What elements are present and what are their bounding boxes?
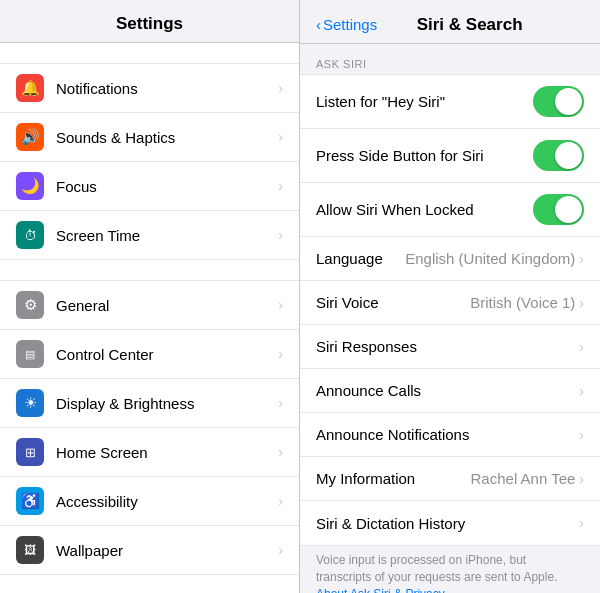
- toggle-thumb-3: [555, 196, 582, 223]
- allow-locked-toggle[interactable]: [533, 194, 584, 225]
- sidebar-item-accessibility[interactable]: ♿ Accessibility ›: [0, 477, 299, 526]
- control-center-icon: ▤: [16, 340, 44, 368]
- siri-voice-item[interactable]: Siri Voice British (Voice 1) ›: [300, 281, 600, 325]
- siri-responses-label: Siri Responses: [316, 338, 579, 355]
- language-value: English (United Kingdom): [405, 250, 575, 267]
- notifications-chevron: ›: [278, 80, 283, 96]
- siri-responses-item[interactable]: Siri Responses ›: [300, 325, 600, 369]
- section-2-list: ⚙ General › ▤ Control Center › ☀ Display…: [0, 280, 299, 575]
- sidebar-item-notifications[interactable]: 🔔 Notifications ›: [0, 64, 299, 113]
- sounds-chevron: ›: [278, 129, 283, 145]
- back-chevron-icon: ‹: [316, 16, 321, 33]
- screen-time-icon: ⏱: [16, 221, 44, 249]
- siri-dictation-label: Siri & Dictation History: [316, 515, 579, 532]
- general-icon: ⚙: [16, 291, 44, 319]
- sidebar-item-general[interactable]: ⚙ General ›: [0, 281, 299, 330]
- general-label: General: [56, 297, 278, 314]
- language-label: Language: [316, 250, 405, 267]
- sidebar-item-sounds[interactable]: 🔊 Sounds & Haptics ›: [0, 113, 299, 162]
- my-information-chevron: ›: [579, 471, 584, 487]
- siri-dictation-chevron: ›: [579, 515, 584, 531]
- siri-info-text: Voice input is processed on iPhone, but …: [300, 546, 600, 593]
- sidebar-item-home-screen[interactable]: ⊞ Home Screen ›: [0, 428, 299, 477]
- press-side-label: Press Side Button for Siri: [316, 147, 533, 164]
- right-panel: ‹ Settings Siri & Search ASK SIRI Listen…: [300, 0, 600, 593]
- accessibility-icon: ♿: [16, 487, 44, 515]
- back-label: Settings: [323, 16, 377, 33]
- siri-voice-value: British (Voice 1): [470, 294, 575, 311]
- page-title: Siri & Search: [385, 15, 554, 35]
- home-screen-icon: ⊞: [16, 438, 44, 466]
- siri-voice-chevron: ›: [579, 295, 584, 311]
- allow-locked-item[interactable]: Allow Siri When Locked: [300, 183, 600, 237]
- about-siri-link[interactable]: About Ask Siri & Privacy...: [316, 587, 454, 593]
- listen-hey-siri-label: Listen for "Hey Siri": [316, 93, 533, 110]
- language-chevron: ›: [579, 251, 584, 267]
- my-information-value: Rachel Ann Tee: [471, 470, 576, 487]
- notifications-icon: 🔔: [16, 74, 44, 102]
- siri-voice-label: Siri Voice: [316, 294, 470, 311]
- allow-locked-label: Allow Siri When Locked: [316, 201, 533, 218]
- settings-list: 🔔 Notifications › 🔊 Sounds & Haptics › 🌙…: [0, 43, 299, 593]
- sounds-label: Sounds & Haptics: [56, 129, 278, 146]
- announce-calls-chevron: ›: [579, 383, 584, 399]
- ask-siri-list: Listen for "Hey Siri" Press Side Button …: [300, 74, 600, 546]
- announce-notifications-label: Announce Notifications: [316, 426, 579, 443]
- left-panel: Settings 🔔 Notifications › 🔊 Sounds & Ha…: [0, 0, 300, 593]
- my-information-label: My Information: [316, 470, 471, 487]
- notifications-label: Notifications: [56, 80, 278, 97]
- announce-notifications-item[interactable]: Announce Notifications ›: [300, 413, 600, 457]
- sounds-icon: 🔊: [16, 123, 44, 151]
- listen-hey-siri-item[interactable]: Listen for "Hey Siri": [300, 75, 600, 129]
- siri-responses-chevron: ›: [579, 339, 584, 355]
- back-button[interactable]: ‹ Settings: [316, 16, 377, 33]
- focus-icon: 🌙: [16, 172, 44, 200]
- wallpaper-label: Wallpaper: [56, 542, 278, 559]
- accessibility-label: Accessibility: [56, 493, 278, 510]
- my-information-item[interactable]: My Information Rachel Ann Tee ›: [300, 457, 600, 501]
- press-side-item[interactable]: Press Side Button for Siri: [300, 129, 600, 183]
- screen-time-label: Screen Time: [56, 227, 278, 244]
- display-icon: ☀: [16, 389, 44, 417]
- settings-title: Settings: [0, 0, 299, 43]
- toggle-thumb: [555, 88, 582, 115]
- toggle-thumb-2: [555, 142, 582, 169]
- wallpaper-icon: 🖼: [16, 536, 44, 564]
- sidebar-item-display[interactable]: ☀ Display & Brightness ›: [0, 379, 299, 428]
- press-side-toggle[interactable]: [533, 140, 584, 171]
- sidebar-item-wallpaper[interactable]: 🖼 Wallpaper ›: [0, 526, 299, 574]
- language-item[interactable]: Language English (United Kingdom) ›: [300, 237, 600, 281]
- ask-siri-label: ASK SIRI: [300, 44, 600, 74]
- settings-section-2: ⚙ General › ▤ Control Center › ☀ Display…: [0, 280, 299, 575]
- control-center-label: Control Center: [56, 346, 278, 363]
- screen-time-chevron: ›: [278, 227, 283, 243]
- section-1-list: 🔔 Notifications › 🔊 Sounds & Haptics › 🌙…: [0, 63, 299, 260]
- home-screen-label: Home Screen: [56, 444, 278, 461]
- announce-calls-label: Announce Calls: [316, 382, 579, 399]
- right-header: ‹ Settings Siri & Search: [300, 0, 600, 44]
- listen-hey-siri-toggle[interactable]: [533, 86, 584, 117]
- display-label: Display & Brightness: [56, 395, 278, 412]
- sidebar-item-focus[interactable]: 🌙 Focus ›: [0, 162, 299, 211]
- announce-notifications-chevron: ›: [579, 427, 584, 443]
- right-content: ASK SIRI Listen for "Hey Siri" Press Sid…: [300, 44, 600, 593]
- sidebar-item-screen-time[interactable]: ⏱ Screen Time ›: [0, 211, 299, 259]
- siri-dictation-item[interactable]: Siri & Dictation History ›: [300, 501, 600, 545]
- announce-calls-item[interactable]: Announce Calls ›: [300, 369, 600, 413]
- settings-section-1: 🔔 Notifications › 🔊 Sounds & Haptics › 🌙…: [0, 63, 299, 260]
- focus-label: Focus: [56, 178, 278, 195]
- focus-chevron: ›: [278, 178, 283, 194]
- sidebar-item-control-center[interactable]: ▤ Control Center ›: [0, 330, 299, 379]
